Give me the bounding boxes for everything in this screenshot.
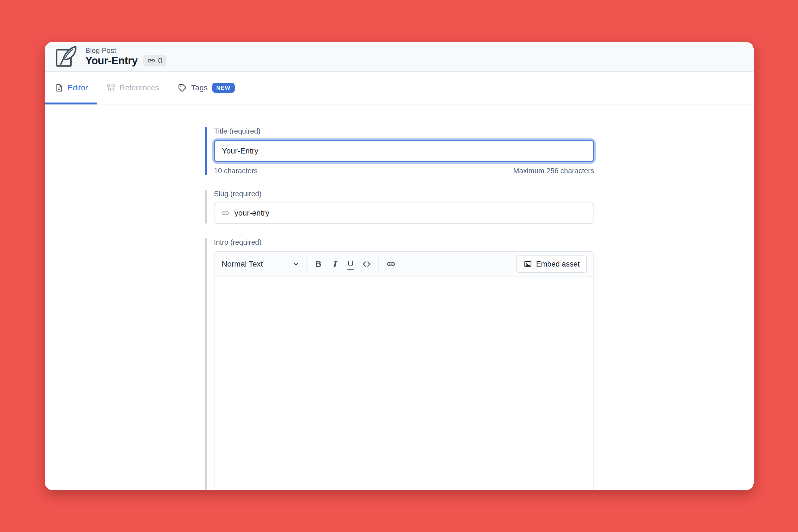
image-icon xyxy=(524,260,532,268)
bold-button[interactable]: B xyxy=(310,256,326,272)
italic-button[interactable]: I xyxy=(326,256,342,272)
links-count: 0 xyxy=(158,56,163,65)
content-type-label: Blog Post xyxy=(86,46,166,55)
embed-asset-button[interactable]: Embed asset xyxy=(516,255,587,273)
entry-editor-card: Blog Post Your-Entry 0 xyxy=(45,42,754,490)
link-icon xyxy=(386,259,396,269)
links-count-badge[interactable]: 0 xyxy=(143,55,167,66)
tab-editor[interactable]: Editor xyxy=(45,72,97,104)
tab-tags-label: Tags xyxy=(191,83,208,92)
link-icon xyxy=(221,209,229,217)
bold-glyph: B xyxy=(315,259,321,269)
intro-field-group: Intro (required) Normal Text xyxy=(205,238,594,490)
new-feature-badge: NEW xyxy=(212,83,235,93)
tab-references-label: References xyxy=(119,83,159,92)
paragraph-style-dropdown[interactable]: Normal Text xyxy=(222,256,302,272)
rich-text-editor: Normal Text B xyxy=(214,251,594,490)
code-icon xyxy=(362,259,371,269)
slug-input-wrapper xyxy=(214,203,594,224)
rich-text-body[interactable] xyxy=(214,277,593,490)
slug-field-bar xyxy=(205,190,207,224)
tab-tags[interactable]: Tags NEW xyxy=(169,72,244,104)
entry-header: Blog Post Your-Entry 0 xyxy=(45,42,754,72)
chevron-down-icon xyxy=(292,260,300,268)
toolbar-divider xyxy=(306,258,306,271)
compose-quill-icon xyxy=(55,45,77,68)
document-icon xyxy=(55,84,63,92)
tab-references[interactable]: References xyxy=(97,72,169,104)
editor-content: Title (required) 10 characters Maximum 2… xyxy=(45,104,754,490)
slug-input[interactable] xyxy=(234,209,587,217)
title-max-hint: Maximum 256 characters xyxy=(513,167,594,175)
slug-field-group: Slug (required) xyxy=(205,190,594,224)
title-input[interactable] xyxy=(214,140,594,162)
app-background: { "header": { "type_label": "Blog Post",… xyxy=(0,0,798,532)
slug-field-label: Slug (required) xyxy=(214,190,594,198)
active-tab-indicator xyxy=(45,102,97,104)
rich-text-toolbar: Normal Text B xyxy=(214,252,593,277)
entry-title: Your-Entry xyxy=(86,55,138,67)
title-field-label: Title (required) xyxy=(214,127,594,135)
intro-field-label: Intro (required) xyxy=(214,238,594,246)
paragraph-style-value: Normal Text xyxy=(222,260,263,268)
tab-editor-label: Editor xyxy=(68,83,88,92)
underline-glyph: U xyxy=(347,259,354,270)
title-char-count: 10 characters xyxy=(214,167,258,175)
intro-field-bar xyxy=(205,238,207,490)
toolbar-divider xyxy=(379,258,379,271)
tab-bar: Editor References Ta xyxy=(45,72,754,104)
tree-icon xyxy=(107,84,115,92)
tag-icon xyxy=(178,83,187,92)
title-field-focus-bar xyxy=(205,127,207,175)
title-field-group: Title (required) 10 characters Maximum 2… xyxy=(205,127,594,175)
embed-asset-label: Embed asset xyxy=(536,260,580,268)
italic-glyph: I xyxy=(332,259,336,269)
hyperlink-button[interactable] xyxy=(383,256,399,272)
entry-titles: Blog Post Your-Entry 0 xyxy=(86,46,166,67)
code-button[interactable] xyxy=(359,256,375,272)
underline-button[interactable]: U xyxy=(342,256,359,272)
link-icon xyxy=(147,57,155,65)
